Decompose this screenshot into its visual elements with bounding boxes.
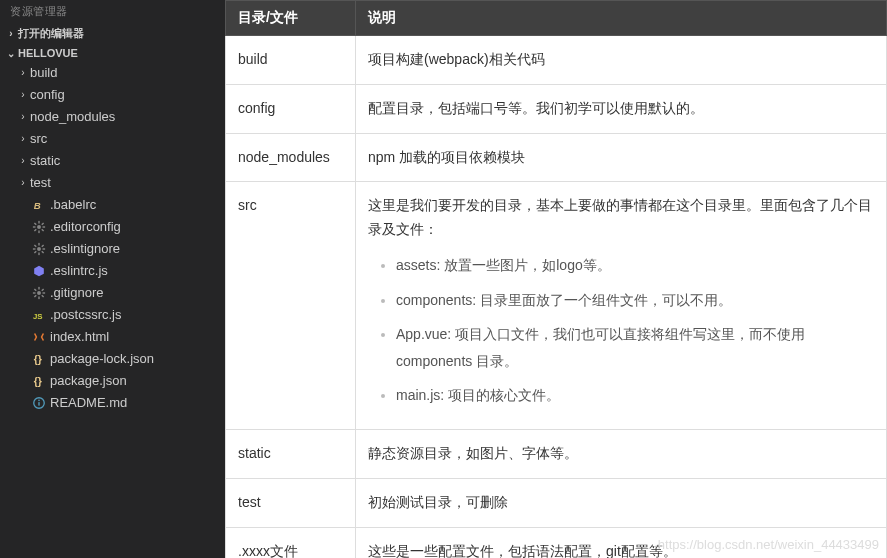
section-open-editors[interactable]: › 打开的编辑器 bbox=[0, 23, 225, 44]
tree-file[interactable]: .editorconfig bbox=[0, 216, 225, 238]
cell-dir: node_modules bbox=[226, 133, 356, 182]
table-header-dir: 目录/文件 bbox=[226, 1, 356, 36]
chevron-right-icon: › bbox=[16, 174, 30, 192]
desc-list: assets: 放置一些图片，如logo等。components: 目录里面放了… bbox=[368, 252, 874, 409]
tree-item-label: .babelrc bbox=[50, 196, 96, 214]
cell-dir: build bbox=[226, 36, 356, 85]
tree-item-label: index.html bbox=[50, 328, 109, 346]
tree-file[interactable]: .eslintignore bbox=[0, 238, 225, 260]
info-icon bbox=[30, 396, 48, 410]
tree-folder[interactable]: ›config bbox=[0, 84, 225, 106]
directory-table: 目录/文件 说明 build项目构建(webpack)相关代码config配置目… bbox=[225, 0, 887, 558]
cell-dir: static bbox=[226, 429, 356, 478]
svg-rect-13 bbox=[33, 248, 36, 249]
tree-file[interactable]: B.babelrc bbox=[0, 194, 225, 216]
svg-rect-4 bbox=[33, 226, 36, 227]
list-item: assets: 放置一些图片，如logo等。 bbox=[396, 252, 874, 279]
table-row: test初始测试目录，可删除 bbox=[226, 478, 887, 527]
list-item: components: 目录里面放了一个组件文件，可以不用。 bbox=[396, 287, 874, 314]
tree-item-label: .postcssrc.js bbox=[50, 306, 122, 324]
svg-rect-23 bbox=[33, 292, 36, 293]
cell-desc: npm 加载的项目依赖模块 bbox=[356, 133, 887, 182]
tree-item-label: .eslintignore bbox=[50, 240, 120, 258]
chevron-right-icon: › bbox=[16, 130, 30, 148]
svg-text:{}: {} bbox=[34, 375, 42, 387]
svg-rect-16 bbox=[41, 251, 44, 254]
tree-item-label: build bbox=[30, 64, 57, 82]
tree-folder[interactable]: ›build bbox=[0, 62, 225, 84]
tree-item-label: .gitignore bbox=[50, 284, 103, 302]
chevron-right-icon: › bbox=[4, 28, 18, 39]
tree-item-label: README.md bbox=[50, 394, 127, 412]
cell-desc: 初始测试目录，可删除 bbox=[356, 478, 887, 527]
tree-folder[interactable]: ›src bbox=[0, 128, 225, 150]
tree-file[interactable]: JS.postcssrc.js bbox=[0, 304, 225, 326]
svg-rect-26 bbox=[41, 295, 44, 298]
js-icon: JS bbox=[30, 308, 48, 322]
file-tree: ›build›config›node_modules›src›static›te… bbox=[0, 62, 225, 414]
tree-file[interactable]: {}package-lock.json bbox=[0, 348, 225, 370]
tree-folder[interactable]: ›test bbox=[0, 172, 225, 194]
tree-file[interactable]: .gitignore bbox=[0, 282, 225, 304]
gear-icon bbox=[30, 286, 48, 300]
tree-file[interactable]: README.md bbox=[0, 392, 225, 414]
cell-desc: 静态资源目录，如图片、字体等。 bbox=[356, 429, 887, 478]
section-project[interactable]: ⌄ HELLOVUE bbox=[0, 44, 225, 62]
gear-icon bbox=[30, 242, 48, 256]
svg-rect-14 bbox=[43, 248, 46, 249]
eslint-icon bbox=[30, 264, 48, 278]
json-icon: {} bbox=[30, 374, 48, 388]
svg-text:{}: {} bbox=[34, 353, 42, 365]
svg-rect-3 bbox=[38, 231, 39, 234]
tree-item-label: package.json bbox=[50, 372, 127, 390]
svg-rect-11 bbox=[38, 243, 39, 246]
table-row: build项目构建(webpack)相关代码 bbox=[226, 36, 887, 85]
cell-desc: 项目构建(webpack)相关代码 bbox=[356, 36, 887, 85]
tree-item-label: static bbox=[30, 152, 60, 170]
babel-icon: B bbox=[30, 198, 48, 212]
svg-point-10 bbox=[37, 247, 41, 251]
chevron-right-icon: › bbox=[16, 86, 30, 104]
cell-dir: .xxxx文件 bbox=[226, 527, 356, 558]
svg-rect-25 bbox=[34, 289, 37, 292]
svg-text:B: B bbox=[34, 200, 41, 211]
svg-rect-28 bbox=[41, 289, 44, 292]
svg-marker-19 bbox=[34, 266, 44, 277]
gear-icon bbox=[30, 220, 48, 234]
svg-rect-24 bbox=[43, 292, 46, 293]
tree-item-label: src bbox=[30, 130, 47, 148]
explorer-sidebar: 资源管理器 › 打开的编辑器 ⌄ HELLOVUE ›build›config›… bbox=[0, 0, 225, 558]
tree-item-label: config bbox=[30, 86, 65, 104]
svg-rect-12 bbox=[38, 253, 39, 256]
chevron-right-icon: › bbox=[16, 152, 30, 170]
tree-file[interactable]: {}package.json bbox=[0, 370, 225, 392]
svg-rect-22 bbox=[38, 297, 39, 300]
cell-dir: config bbox=[226, 84, 356, 133]
svg-rect-15 bbox=[34, 245, 37, 248]
svg-point-20 bbox=[37, 291, 41, 295]
cell-desc: 配置目录，包括端口号等。我们初学可以使用默认的。 bbox=[356, 84, 887, 133]
svg-rect-6 bbox=[34, 223, 37, 226]
list-item: App.vue: 项目入口文件，我们也可以直接将组件写这里，而不使用 compo… bbox=[396, 321, 874, 374]
json-icon: {} bbox=[30, 352, 48, 366]
svg-rect-9 bbox=[41, 223, 44, 226]
cell-desc: 这里是我们要开发的目录，基本上要做的事情都在这个目录里。里面包含了几个目录及文件… bbox=[356, 182, 887, 430]
svg-rect-8 bbox=[34, 229, 37, 232]
svg-text:JS: JS bbox=[33, 312, 43, 321]
tree-file[interactable]: index.html bbox=[0, 326, 225, 348]
cell-dir: test bbox=[226, 478, 356, 527]
tree-folder[interactable]: ›node_modules bbox=[0, 106, 225, 128]
tree-item-label: test bbox=[30, 174, 51, 192]
svg-rect-34 bbox=[38, 400, 39, 401]
content-pane: 目录/文件 说明 build项目构建(webpack)相关代码config配置目… bbox=[225, 0, 887, 558]
cell-dir: src bbox=[226, 182, 356, 430]
section-label: HELLOVUE bbox=[18, 47, 78, 59]
svg-rect-27 bbox=[34, 295, 37, 298]
svg-rect-17 bbox=[34, 251, 37, 254]
tree-file[interactable]: .eslintrc.js bbox=[0, 260, 225, 282]
tree-folder[interactable]: ›static bbox=[0, 150, 225, 172]
table-row: node_modulesnpm 加载的项目依赖模块 bbox=[226, 133, 887, 182]
table-row: .xxxx文件这些是一些配置文件，包括语法配置，git配置等。 bbox=[226, 527, 887, 558]
html-icon bbox=[30, 330, 48, 344]
svg-rect-5 bbox=[43, 226, 46, 227]
